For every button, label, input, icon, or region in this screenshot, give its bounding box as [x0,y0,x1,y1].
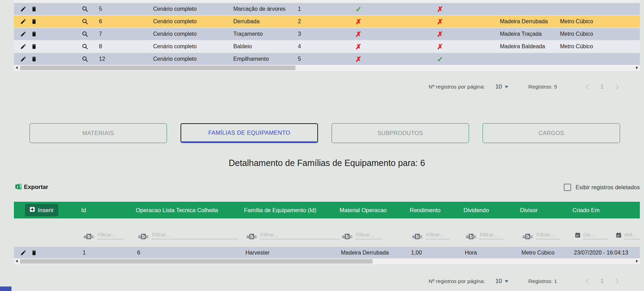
cell-scenario: Cenário completo [150,43,230,50]
filter-cell-divisor: abc [520,232,572,246]
text-filter-icon[interactable]: abc [246,234,257,239]
edit-row-button[interactable] [20,31,26,37]
export-button[interactable]: x Exportar [15,183,48,191]
text-filter-icon[interactable]: abc [138,234,149,239]
delete-row-button[interactable] [31,6,37,12]
table-header-row: Inserir IdOperacao Lista Tecnica Colheit… [14,202,640,218]
operation-row[interactable]: 8Cenário completoBaldeio4✗✗Madeira Balde… [14,41,640,52]
filter-dividendo-input[interactable] [479,232,503,239]
delete-row-button[interactable] [31,56,37,62]
tab-materiais[interactable]: MATERIAIS [30,123,167,143]
cell-scenario: Cenário completo [150,31,230,37]
tab-subprodutos[interactable]: SUBPRODUTOS [332,123,469,143]
column-header-divisor[interactable]: Divisor [520,207,572,214]
filter-material-operacao-input[interactable] [355,232,383,239]
filter-id-input[interactable] [97,232,124,239]
filter-divisor-input[interactable] [536,232,560,239]
tab-cargos[interactable]: CARGOS [483,123,620,143]
cell-id: 7 [95,31,150,37]
caret-down-icon [505,86,508,88]
next-page-button[interactable] [613,277,621,285]
insert-label: Inserir [38,207,54,214]
edit-row-button[interactable] [20,250,26,256]
show-deleted-checkbox[interactable] [564,184,571,191]
column-header-rendimento[interactable]: Rendimento [410,207,463,214]
operation-row[interactable]: 5Cenário completoMarcação de árvores1✓✗ [14,3,640,15]
filter-rendimento-input[interactable] [425,232,450,239]
next-page-button[interactable] [613,83,621,91]
cell-unit: Metro Cúbico [557,18,640,25]
text-filter-icon[interactable]: abc [466,234,476,239]
per-page-select[interactable]: 10 [495,278,508,285]
column-header-criado-em[interactable]: Criado Em [572,207,640,214]
text-filter-icon[interactable]: abc [342,234,352,239]
filter-operacao-lista-tecnica-colheita-input[interactable] [151,232,238,239]
edit-row-button[interactable] [20,56,26,62]
plus-icon [30,207,35,214]
filter-actions-spacer [14,239,81,246]
delete-row-button[interactable] [31,250,37,256]
scroll-left-arrow-icon[interactable] [16,260,18,263]
search-row-button[interactable] [82,6,89,13]
filter-cell-familia-de-equipamento-id: abc [244,232,340,246]
delete-row-button[interactable] [31,18,37,25]
column-header-operacao-lista-tecnica-colheita[interactable]: Operacao Lista Tecnica Colheita [136,207,244,214]
operation-row[interactable]: 12Cenário completoEmpilhamento5✗✓ [14,53,640,65]
equipment-row[interactable]: 16HarvesterMadeira Derrubada1,00HoraMetr… [14,247,640,259]
column-header-material-operacao[interactable]: Material Operacao [340,207,410,214]
prev-page-button[interactable] [584,83,591,91]
cell-material: Madeira Traçada [491,31,557,37]
search-row-button[interactable] [82,56,89,63]
filter-cell-id: abc [81,232,136,246]
filter-criado-em-to-input[interactable] [624,232,640,239]
operation-row[interactable]: 7Cenário completoTraçamento3✗✗Madeira Tr… [14,28,640,40]
tab-familias-de-equipamento[interactable]: FAMÍLIAS DE EQUIPAMENTO [181,123,318,143]
equipment-families-page: 5Cenário completoMarcação de árvores1✓✗6… [0,0,644,291]
search-row-button[interactable] [82,31,89,38]
column-header-dividendo[interactable]: Dividendo [463,207,520,214]
filter-cell-material-operacao: abc [340,232,410,246]
row-view [75,31,95,38]
cell-material: Madeira Derrubada [491,18,557,25]
equipment-table-hscrollbar[interactable] [14,258,640,264]
cell-familia-de-equipamento-id: Harvester [244,250,340,256]
calendar-icon[interactable] [575,232,580,239]
cell-order: 5 [294,56,328,62]
filter-criado-em-from-input[interactable] [583,232,608,239]
per-page-select[interactable]: 10 [495,83,508,90]
column-header-familia-de-equipamento-id[interactable]: Família de Equipamento (Id) [244,207,340,214]
edit-row-button[interactable] [20,18,26,25]
search-row-button[interactable] [82,43,89,50]
text-filter-icon[interactable]: abc [522,234,533,239]
per-page-label: Nº registros por página: [428,84,485,90]
edit-row-button[interactable] [20,43,26,50]
delete-row-button[interactable] [31,31,37,37]
operations-pagination: Nº registros por página: 10 Registros: 5… [428,81,621,93]
text-filter-icon[interactable]: abc [84,234,94,239]
hscrollbar-thumb[interactable] [20,259,373,264]
column-header-id[interactable]: Id [81,207,136,214]
cell-operacao-lista-tecnica-colheita: 6 [136,250,244,256]
insert-button[interactable]: Inserir [25,204,58,216]
edit-row-button[interactable] [20,6,26,12]
delete-row-button[interactable] [31,43,37,50]
scroll-left-arrow-icon[interactable] [16,66,18,69]
chevron-left-icon [584,83,591,91]
hscrollbar-thumb[interactable] [20,66,295,70]
chevron-right-icon [613,83,621,91]
row-actions [14,56,75,62]
text-filter-icon[interactable]: abc [412,234,423,239]
per-page-label: Nº registros por página: [428,278,485,284]
scroll-right-arrow-icon[interactable] [636,260,638,263]
scroll-right-arrow-icon[interactable] [636,66,638,69]
filter-familia-de-equipamento-id-input[interactable] [260,232,340,239]
cell-operation: Baldeio [230,43,294,50]
cross-icon: ✗ [328,56,389,63]
calendar-icon[interactable] [616,232,621,239]
cell-unit: Metro Cúbico [557,43,640,50]
operation-row[interactable]: 6Cenário completoDerrubada2✗✗Madeira Der… [14,16,640,27]
check-icon: ✓ [389,56,491,63]
prev-page-button[interactable] [584,277,591,285]
search-row-button[interactable] [82,18,89,25]
operations-table-hscrollbar[interactable] [14,65,640,71]
